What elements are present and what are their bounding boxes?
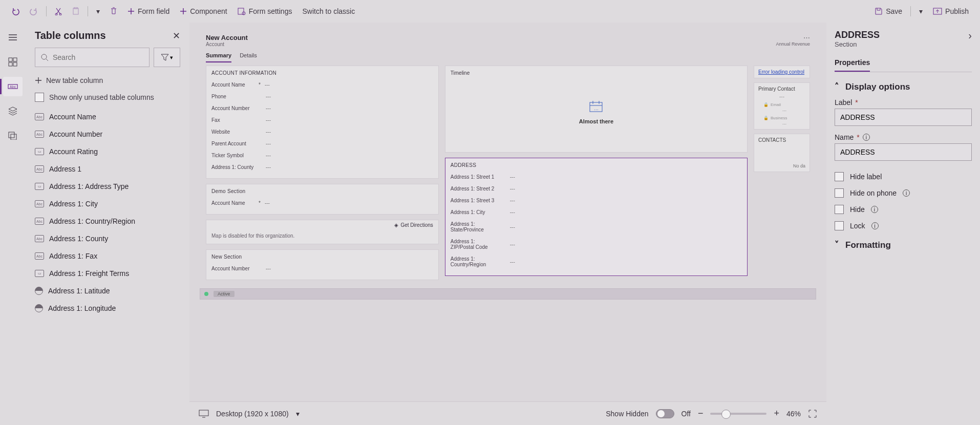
viewport-label[interactable]: Desktop (1920 x 1080): [216, 410, 289, 418]
tab-details[interactable]: Details: [240, 52, 257, 62]
display-options-header[interactable]: ˄ Display options: [835, 81, 972, 92]
column-item[interactable]: Address 1: Latitude: [26, 282, 189, 300]
form-field[interactable]: Parent Account---: [211, 138, 433, 150]
form-field[interactable]: Address 1: Street 2---: [451, 183, 742, 195]
form-field[interactable]: Address 1: Country/Region---: [451, 253, 742, 270]
column-list[interactable]: AbcAccount NameAbcAccount Number▭Account…: [26, 108, 189, 425]
column-item[interactable]: Address 1: Longitude: [26, 300, 189, 317]
column-item[interactable]: ▭Address 1: Freight Terms: [26, 265, 189, 282]
column-item[interactable]: ▭Account Rating: [26, 143, 189, 160]
fit-icon[interactable]: [808, 409, 817, 418]
checkbox[interactable]: [835, 205, 844, 214]
add-form-field-button[interactable]: Form field: [122, 5, 175, 17]
form-field[interactable]: Address 1: County---: [211, 161, 433, 173]
lock-row[interactable]: Locki: [835, 221, 972, 230]
column-item[interactable]: AbcAddress 1: [26, 160, 189, 178]
library-rail-button[interactable]: [3, 126, 23, 145]
cut-button[interactable]: [50, 5, 67, 17]
close-icon[interactable]: ✕: [173, 30, 180, 41]
filter-button[interactable]: ▾: [154, 48, 180, 67]
column-item[interactable]: AbcAccount Name: [26, 108, 189, 125]
checkbox[interactable]: [835, 172, 844, 181]
formatting-header[interactable]: ˅ Formatting: [835, 240, 972, 250]
primary-contact-card[interactable]: Primary Contact --- 🔒Email --- 🔒Business…: [754, 82, 810, 130]
chevron-down-icon[interactable]: ▾: [296, 410, 300, 418]
checkbox[interactable]: [835, 188, 844, 198]
section-demo[interactable]: Demo Section Account Name*---: [206, 184, 439, 215]
form-field[interactable]: Account Name*---: [211, 79, 433, 91]
search-input[interactable]: [53, 53, 144, 61]
unused-toggle-row[interactable]: Show only unused table columns: [26, 89, 189, 108]
info-icon[interactable]: i: [903, 189, 910, 197]
info-icon[interactable]: i: [871, 222, 879, 229]
undo-button[interactable]: [6, 5, 25, 17]
columns-rail-button[interactable]: Abc: [3, 77, 23, 96]
column-item[interactable]: AbcAccount Number: [26, 125, 189, 143]
section-address-selected[interactable]: ADDRESS Address 1: Street 1---Address 1:…: [445, 158, 748, 276]
name-input[interactable]: [835, 143, 972, 161]
hide-phone-row[interactable]: Hide on phonei: [835, 188, 972, 198]
error-link[interactable]: Error loading control: [758, 69, 804, 75]
component-label: Component: [190, 7, 227, 15]
tab-summary[interactable]: Summary: [206, 52, 231, 62]
column-item[interactable]: ▭Address 1: Address Type: [26, 178, 189, 195]
form-field[interactable]: Address 1: ZIP/Postal Code---: [451, 236, 742, 253]
column-item[interactable]: AbcAddress 1: City: [26, 195, 189, 213]
section-timeline[interactable]: Timeline … Almost there: [445, 66, 748, 153]
zoom-in-button[interactable]: +: [774, 408, 779, 419]
show-hidden-toggle[interactable]: [656, 409, 674, 418]
form-field[interactable]: Address 1: Street 3---: [451, 195, 742, 206]
form-page[interactable]: New Account Account ⋯ Annual Revenue Sum…: [200, 29, 816, 371]
form-field[interactable]: Phone---: [211, 91, 433, 102]
zoom-out-button[interactable]: −: [698, 408, 704, 419]
text-type-icon: Abc: [35, 131, 44, 138]
delete-button[interactable]: [105, 5, 122, 17]
checkbox[interactable]: [835, 221, 844, 230]
tab-properties[interactable]: Properties: [835, 54, 870, 72]
zoom-slider[interactable]: [710, 413, 766, 415]
paste-button[interactable]: [67, 5, 84, 17]
label-input[interactable]: [835, 109, 972, 126]
column-item[interactable]: AbcAddress 1: Country/Region: [26, 213, 189, 230]
chevron-right-icon[interactable]: ›: [968, 30, 972, 41]
form-field[interactable]: Address 1: Street 1---: [451, 171, 742, 183]
column-item[interactable]: AbcAddress 1: Fax: [26, 247, 189, 265]
form-field[interactable]: Address 1: State/Province---: [451, 218, 742, 236]
svg-text:…: …: [594, 106, 599, 111]
hamburger-button[interactable]: [3, 28, 23, 47]
add-component-button[interactable]: Component: [175, 5, 232, 17]
search-input-wrap[interactable]: [35, 48, 150, 67]
hide-row[interactable]: Hidei: [835, 205, 972, 214]
form-field[interactable]: Fax---: [211, 114, 433, 126]
section-map[interactable]: ◈ Get Directions Map is disabled for thi…: [206, 220, 439, 244]
components-rail-button[interactable]: [3, 52, 23, 72]
error-card[interactable]: Error loading control: [754, 66, 810, 78]
form-field[interactable]: Account Name*---: [211, 197, 433, 209]
form-field[interactable]: Account Number---: [211, 263, 433, 274]
info-icon[interactable]: i: [863, 134, 870, 141]
redo-button[interactable]: [25, 5, 43, 17]
form-field[interactable]: Website---: [211, 126, 433, 138]
save-chevron[interactable]: ▾: [914, 5, 928, 17]
form-header-more[interactable]: ⋯: [776, 34, 810, 41]
form-field[interactable]: Address 1: City---: [451, 206, 742, 218]
paste-chevron[interactable]: ▾: [91, 5, 105, 17]
section-new[interactable]: New Section Account Number---: [206, 249, 439, 280]
info-icon[interactable]: i: [871, 206, 878, 213]
get-directions-link[interactable]: ◈ Get Directions: [211, 222, 433, 228]
hide-label-row[interactable]: Hide label: [835, 172, 972, 181]
switch-classic-button[interactable]: Switch to classic: [297, 5, 360, 17]
form-field[interactable]: Ticker Symbol---: [211, 150, 433, 161]
section-account-info[interactable]: ACCOUNT INFORMATION Account Name*---Phon…: [206, 66, 439, 179]
form-settings-button[interactable]: Form settings: [232, 5, 297, 17]
field-value: ---: [266, 94, 271, 99]
tree-rail-button[interactable]: [3, 101, 23, 121]
new-table-column-button[interactable]: New table column: [26, 72, 189, 89]
checkbox-unused[interactable]: [35, 93, 44, 102]
form-field[interactable]: Account Number---: [211, 102, 433, 114]
publish-button[interactable]: Publish: [928, 5, 974, 17]
panel-title: Table columns: [35, 30, 106, 41]
contacts-card[interactable]: CONTACTS No da: [754, 134, 810, 172]
save-button[interactable]: Save: [869, 5, 907, 17]
column-item[interactable]: AbcAddress 1: County: [26, 230, 189, 247]
